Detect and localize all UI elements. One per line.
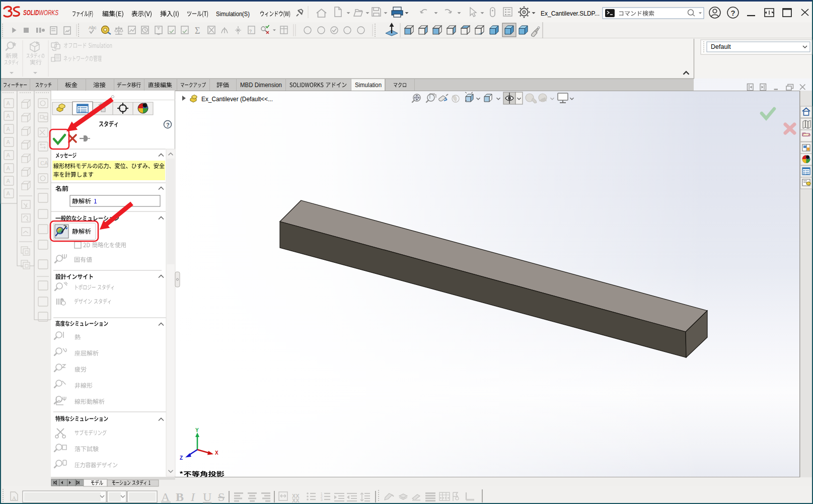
svg-text:S: S [218, 490, 225, 503]
svg-text:Simulation: Simulation [355, 82, 382, 89]
svg-text:?: ? [166, 122, 170, 128]
svg-text:A: A [7, 190, 11, 196]
svg-text:SOLIDWORKS: SOLIDWORKS [23, 8, 58, 17]
svg-text:MBD Dimension: MBD Dimension [240, 82, 282, 89]
svg-text:Abc: Abc [89, 25, 97, 30]
svg-text:U: U [203, 490, 211, 503]
svg-text:A: A [7, 152, 11, 158]
svg-text:?: ? [731, 9, 735, 17]
svg-text:A: A [7, 139, 11, 145]
svg-text:A: A [7, 113, 11, 119]
svg-text:A: A [12, 495, 16, 501]
svg-text:A: A [7, 100, 11, 106]
svg-text:?: ? [249, 29, 252, 34]
svg-text:Y: Y [195, 427, 199, 433]
svg-text:Ex_Cantilever (Default<<...: Ex_Cantilever (Default<<... [201, 96, 273, 103]
svg-text:X: X [215, 450, 218, 456]
svg-text:B: B [176, 490, 184, 503]
svg-text:XX: XX [292, 497, 300, 503]
svg-text:I: I [190, 490, 195, 503]
svg-text:A: A [7, 178, 11, 184]
svg-text:3: 3 [321, 498, 323, 501]
svg-text:CA: CA [40, 160, 48, 166]
svg-text:Default: Default [711, 43, 731, 50]
svg-text:Simulation(S): Simulation(S) [216, 10, 250, 18]
svg-text:Σ: Σ [195, 26, 200, 36]
svg-text:A: A [7, 126, 11, 132]
svg-text:Z: Z [180, 455, 183, 461]
svg-text:A: A [7, 165, 11, 171]
svg-text:Ex_Cantilever.SLDP...: Ex_Cantilever.SLDP... [541, 10, 600, 17]
